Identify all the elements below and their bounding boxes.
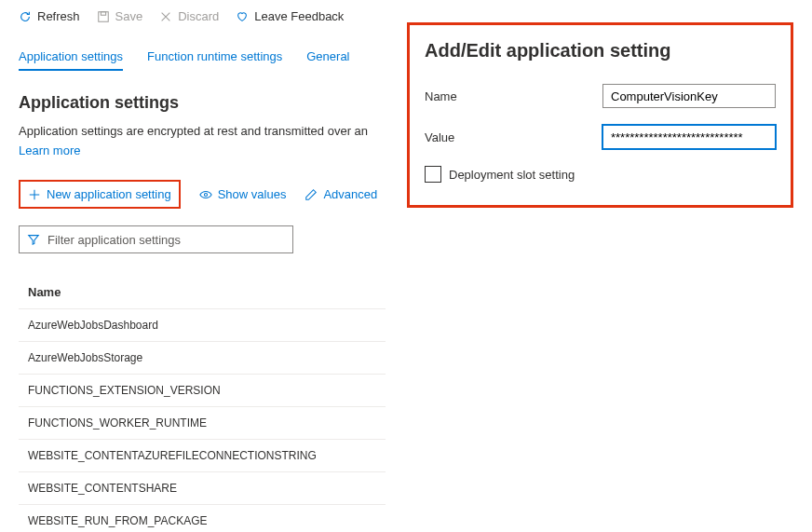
svg-rect-1 (101, 11, 105, 15)
refresh-button[interactable]: Refresh (19, 9, 80, 23)
name-field-label: Name (425, 89, 602, 103)
panel-title: Add/Edit application setting (425, 40, 776, 61)
plus-icon (28, 188, 41, 201)
column-header-name: Name (19, 276, 793, 309)
advanced-label: Advanced (323, 187, 377, 201)
save-icon (97, 10, 110, 23)
deployment-slot-label: Deployment slot setting (449, 168, 575, 182)
new-application-setting-button[interactable]: New application setting (28, 187, 171, 201)
feedback-label: Leave Feedback (254, 9, 344, 23)
save-button[interactable]: Save (97, 9, 143, 23)
show-values-label: Show values (218, 187, 287, 201)
eye-icon (199, 188, 212, 201)
svg-rect-0 (98, 11, 108, 21)
feedback-button[interactable]: Leave Feedback (236, 9, 344, 23)
svg-point-2 (204, 193, 207, 196)
discard-icon (159, 10, 172, 23)
new-setting-label: New application setting (47, 187, 171, 201)
filter-input-wrapper[interactable] (19, 225, 293, 253)
learn-more-link[interactable]: Learn more (0, 142, 99, 174)
save-label: Save (115, 9, 143, 23)
new-setting-highlight: New application setting (19, 180, 181, 209)
discard-label: Discard (178, 9, 219, 23)
refresh-icon (19, 10, 32, 23)
tab-application-settings[interactable]: Application settings (19, 49, 123, 71)
settings-table: Name AzureWebJobsDashboard AzureWebJobsS… (0, 265, 812, 532)
table-row[interactable]: WEBSITE_RUN_FROM_PACKAGE (19, 505, 793, 532)
filter-icon (27, 233, 40, 246)
table-row[interactable]: AzureWebJobsDashboard (19, 309, 793, 342)
advanced-button[interactable]: Advanced (304, 187, 377, 201)
value-field-input[interactable] (602, 125, 776, 149)
heart-icon (236, 10, 249, 23)
table-row[interactable]: AzureWebJobsStorage (19, 342, 793, 375)
deployment-slot-checkbox-row[interactable]: Deployment slot setting (425, 166, 776, 183)
value-field-label: Value (425, 130, 602, 144)
edit-icon (304, 188, 318, 201)
table-row[interactable]: FUNCTIONS_WORKER_RUNTIME (19, 407, 793, 440)
add-edit-setting-panel: Add/Edit application setting Name Value … (407, 22, 793, 208)
table-row[interactable]: WEBSITE_CONTENTAZUREFILECONNECTIONSTRING (19, 440, 793, 472)
table-row[interactable]: FUNCTIONS_EXTENSION_VERSION (19, 375, 793, 407)
discard-button[interactable]: Discard (159, 9, 219, 23)
tab-general[interactable]: General (306, 49, 349, 71)
table-row[interactable]: WEBSITE_CONTENTSHARE (19, 472, 793, 505)
refresh-label: Refresh (37, 9, 80, 23)
checkbox-icon[interactable] (425, 166, 441, 183)
tab-runtime-settings[interactable]: Function runtime settings (147, 49, 282, 71)
name-field-input[interactable] (602, 84, 776, 108)
filter-input[interactable] (47, 233, 285, 247)
show-values-button[interactable]: Show values (199, 187, 287, 201)
